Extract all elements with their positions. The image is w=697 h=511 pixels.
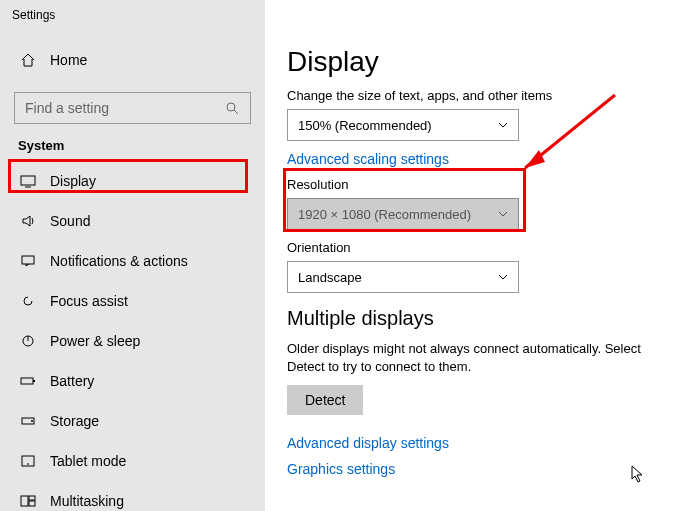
sidebar-item-label: Sound (50, 213, 90, 229)
resolution-label: Resolution (287, 177, 669, 192)
tablet-icon (20, 453, 36, 469)
sidebar-item-label: Storage (50, 413, 99, 429)
multitasking-icon (20, 493, 36, 509)
sidebar-home-label: Home (50, 52, 87, 68)
sidebar-item-battery[interactable]: Battery (0, 361, 265, 401)
svg-point-4 (227, 103, 235, 111)
sidebar-item-focus-assist[interactable]: Focus assist (0, 281, 265, 321)
scale-dropdown[interactable]: 150% (Recommended) (287, 109, 519, 141)
search-input[interactable]: Find a setting (14, 92, 251, 124)
advanced-scaling-link[interactable]: Advanced scaling settings (287, 151, 669, 167)
scale-value: 150% (Recommended) (298, 118, 432, 133)
power-icon (20, 333, 36, 349)
battery-icon (20, 373, 36, 389)
display-icon (20, 173, 36, 189)
svg-rect-8 (22, 256, 34, 264)
sidebar: Home Find a setting System Display Sound… (0, 40, 265, 511)
orientation-dropdown[interactable]: Landscape (287, 261, 519, 293)
sidebar-item-storage[interactable]: Storage (0, 401, 265, 441)
sidebar-home[interactable]: Home (0, 40, 265, 80)
sidebar-item-tablet-mode[interactable]: Tablet mode (0, 441, 265, 481)
chevron-down-icon (498, 270, 508, 285)
sidebar-item-label: Multitasking (50, 493, 124, 509)
sidebar-item-label: Notifications & actions (50, 253, 188, 269)
sidebar-item-label: Focus assist (50, 293, 128, 309)
search-placeholder: Find a setting (25, 100, 109, 116)
notifications-icon (20, 253, 36, 269)
sidebar-item-label: Display (50, 173, 96, 189)
svg-rect-11 (21, 378, 33, 384)
graphics-settings-link[interactable]: Graphics settings (287, 461, 669, 477)
sound-icon (20, 213, 36, 229)
main-content: Display Change the size of text, apps, a… (265, 0, 697, 511)
focus-assist-icon (20, 293, 36, 309)
svg-line-5 (234, 110, 238, 114)
sidebar-item-display[interactable]: Display (0, 161, 265, 201)
svg-rect-6 (21, 176, 35, 185)
sidebar-item-label: Power & sleep (50, 333, 140, 349)
resolution-dropdown[interactable]: 1920 × 1080 (Recommended) (287, 198, 519, 230)
sidebar-item-power-sleep[interactable]: Power & sleep (0, 321, 265, 361)
resolution-value: 1920 × 1080 (Recommended) (298, 207, 471, 222)
window-title: Settings (12, 8, 55, 22)
detect-button[interactable]: Detect (287, 385, 363, 415)
advanced-display-link[interactable]: Advanced display settings (287, 435, 669, 451)
svg-rect-19 (29, 501, 35, 506)
sidebar-item-sound[interactable]: Sound (0, 201, 265, 241)
orientation-value: Landscape (298, 270, 362, 285)
cursor-icon (631, 465, 645, 483)
svg-rect-17 (21, 496, 28, 506)
multiple-displays-desc: Older displays might not always connect … (287, 340, 669, 375)
sidebar-item-label: Tablet mode (50, 453, 126, 469)
chevron-down-icon (498, 118, 508, 133)
svg-rect-12 (33, 380, 35, 382)
svg-point-14 (31, 420, 33, 422)
multiple-displays-heading: Multiple displays (287, 307, 669, 330)
search-icon (224, 100, 240, 116)
page-title: Display (287, 46, 669, 78)
storage-icon (20, 413, 36, 429)
sidebar-item-multitasking[interactable]: Multitasking (0, 481, 265, 511)
home-icon (20, 52, 36, 68)
svg-rect-18 (29, 496, 35, 500)
scale-label: Change the size of text, apps, and other… (287, 88, 669, 103)
sidebar-category: System (0, 138, 265, 161)
orientation-label: Orientation (287, 240, 669, 255)
sidebar-item-label: Battery (50, 373, 94, 389)
chevron-down-icon (498, 207, 508, 222)
sidebar-item-notifications[interactable]: Notifications & actions (0, 241, 265, 281)
